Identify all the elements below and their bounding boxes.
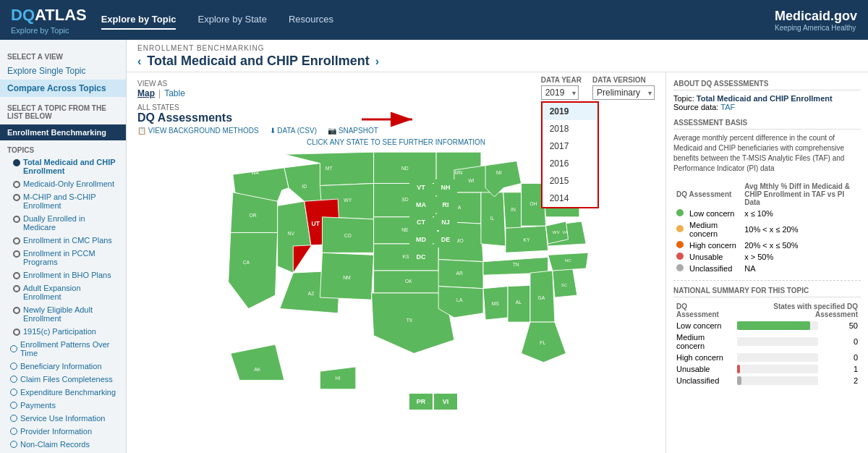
- data-controls: DATA YEAR 2019 2018 2017 2016 2015: [541, 76, 655, 100]
- label-va: VA: [562, 229, 569, 234]
- label-il: IL: [490, 216, 495, 221]
- state-box-dc[interactable]: DC: [409, 249, 433, 265]
- sidebar-topic-area-name[interactable]: Enrollment Benchmarking: [0, 124, 126, 140]
- state-box-vi[interactable]: VI: [434, 394, 457, 410]
- topic-item-6[interactable]: Enrollment in BHO Plans: [0, 268, 126, 281]
- circle-expenditure: [10, 389, 17, 396]
- state-label-ut: UT: [311, 220, 320, 227]
- topic-item-1[interactable]: Medicaid-Only Enrollment: [0, 177, 126, 190]
- state-box-pr[interactable]: PR: [409, 394, 433, 410]
- header-right: Medicaid.gov Keeping America Healthy: [775, 9, 857, 32]
- national-label-high: High concern: [673, 352, 734, 363]
- state-box-de[interactable]: DE: [434, 232, 457, 247]
- prev-topic-arrow[interactable]: ‹: [137, 55, 141, 68]
- topic-label-4: Enrollment in CMC Plans: [23, 236, 112, 245]
- state-box-ct[interactable]: CT: [409, 214, 433, 230]
- national-count-unclassified: 2: [821, 375, 861, 386]
- state-mi[interactable]: [485, 161, 521, 197]
- sidebar-provider[interactable]: Provider Information: [0, 425, 126, 438]
- year-option-2019[interactable]: 2019: [542, 103, 597, 120]
- header: DQATLAS Explore by Topic Explore by Topi…: [0, 0, 868, 40]
- about-title: ABOUT DQ ASSESSMENTS: [673, 80, 861, 90]
- state-box-vt[interactable]: VT: [409, 179, 433, 195]
- year-option-2014[interactable]: 2014: [542, 190, 597, 207]
- logo-dq: DQ: [11, 6, 35, 24]
- national-title: NATIONAL SUMMARY FOR THIS TOPIC: [673, 287, 861, 297]
- topic-label-6: Enrollment in BHO Plans: [23, 271, 111, 279]
- nav-resources[interactable]: Resources: [289, 10, 333, 30]
- sidebar-claim-files[interactable]: Claim Files Completeness: [0, 373, 126, 386]
- circle-payments: [10, 402, 17, 409]
- label-or: OR: [250, 213, 257, 218]
- view-background-link[interactable]: 📋 VIEW BACKGROUND METHODS: [137, 127, 259, 135]
- radio-pccm: [13, 250, 20, 258]
- national-row-high: High concern 0: [673, 352, 861, 363]
- year-option-2018[interactable]: 2018: [542, 120, 597, 137]
- view-map-option[interactable]: Map: [137, 88, 155, 98]
- snapshot-link[interactable]: 📷 SNAPSHOT: [328, 127, 378, 135]
- topic-item-4[interactable]: Enrollment in CMC Plans: [0, 234, 126, 247]
- state-box-nj[interactable]: NJ: [434, 214, 457, 230]
- label-ks: KS: [403, 254, 410, 259]
- data-version-label: DATA VERSION: [592, 76, 655, 84]
- legend-dq-header: DQ Assessment: [673, 181, 741, 208]
- topic-item-8[interactable]: Newly Eligible Adult Enrollment: [0, 303, 126, 325]
- legend-label-unclassified: Unclassified: [686, 263, 741, 274]
- sidebar-payments[interactable]: Payments: [0, 399, 126, 412]
- label-ms: MS: [492, 301, 500, 306]
- medicaid-logo: Medicaid.gov: [775, 9, 857, 24]
- nav-explore-topic[interactable]: Explore by Topic: [101, 10, 176, 30]
- national-col-states: States with specified DQ Assessment: [734, 301, 861, 320]
- legend-range-unusable: x > 50%: [741, 251, 861, 263]
- label-mn: MN: [455, 170, 463, 175]
- state-box-nh[interactable]: NH: [434, 179, 457, 195]
- circle-beneficiary: [10, 363, 17, 370]
- northeast-state-boxes: VT NH MA RI CT NJ MD DE DC: [409, 179, 457, 265]
- year-option-2016[interactable]: 2016: [542, 155, 597, 172]
- topic-item-0[interactable]: Total Medicaid and CHIP Enrollment: [0, 156, 126, 177]
- year-dropdown: 2019 2018 2017 2016 2015 2014: [541, 101, 599, 208]
- radio-mchip: [13, 194, 20, 201]
- sidebar-topics-label: TOPICS: [0, 143, 126, 156]
- state-box-ri[interactable]: RI: [434, 197, 457, 213]
- state-box-md[interactable]: MD: [409, 232, 433, 247]
- main: SELECT A VIEW Explore Single Topic Compa…: [0, 40, 868, 453]
- topic-item-7[interactable]: Adult Expansion Enrollment: [0, 281, 126, 303]
- year-select[interactable]: 2019 2018 2017 2016 2015 2014: [541, 85, 579, 100]
- right-panel: ABOUT DQ ASSESSMENTS Topic: Total Medica…: [665, 72, 868, 453]
- year-option-2015[interactable]: 2015: [542, 172, 597, 190]
- legend-row-low: Low concern x ≤ 10%: [673, 208, 861, 219]
- label-ga: GA: [537, 295, 545, 300]
- label-az: AZ: [308, 291, 315, 296]
- label-wv: WV: [553, 229, 561, 234]
- state-ca[interactable]: [229, 232, 278, 308]
- topic-label-7: Adult Expansion Enrollment: [23, 284, 119, 301]
- year-option-2017[interactable]: 2017: [542, 137, 597, 155]
- national-count-unusable: 1: [821, 363, 861, 375]
- sidebar-compare-across[interactable]: Compare Across Topics: [0, 80, 126, 97]
- sidebar-service-use[interactable]: Service Use Information: [0, 412, 126, 425]
- national-bar-unclassified: [734, 375, 821, 386]
- version-select[interactable]: Preliminary: [592, 85, 655, 100]
- next-topic-arrow[interactable]: ›: [375, 55, 379, 68]
- topic-item-2[interactable]: M-CHIP and S-CHIP Enrollment: [0, 190, 126, 212]
- topic-item-5[interactable]: Enrollment in PCCM Programs: [0, 247, 126, 268]
- nav-explore-state[interactable]: Explore by State: [197, 10, 266, 30]
- legend-range-low: x ≤ 10%: [741, 208, 861, 219]
- state-ak[interactable]: [231, 344, 284, 380]
- sidebar-non-claim[interactable]: Non-Claim Records: [0, 438, 126, 451]
- sidebar-enrollment-patterns[interactable]: Enrollment Patterns Over Time: [0, 338, 126, 360]
- dot-unclassified: [676, 264, 684, 271]
- view-table-option[interactable]: Table: [164, 88, 185, 98]
- state-box-ma[interactable]: MA: [409, 197, 433, 213]
- view-as-group: VIEW AS Map | Table: [137, 78, 185, 98]
- sidebar-explore-single[interactable]: Explore Single Topic: [0, 62, 126, 80]
- topic-item-9[interactable]: 1915(c) Participation: [0, 325, 126, 338]
- sidebar-beneficiary[interactable]: Beneficiary Information: [0, 360, 126, 373]
- data-csv-link[interactable]: ⬇ DATA (CSV): [270, 127, 317, 135]
- dot-medium: [676, 225, 684, 232]
- sidebar-expenditure[interactable]: Expenditure Benchmarking: [0, 386, 126, 399]
- topic-item-3[interactable]: Dually Enrolled in Medicare: [0, 212, 126, 234]
- radio-1915c: [13, 329, 20, 336]
- national-bar-low: [734, 320, 821, 331]
